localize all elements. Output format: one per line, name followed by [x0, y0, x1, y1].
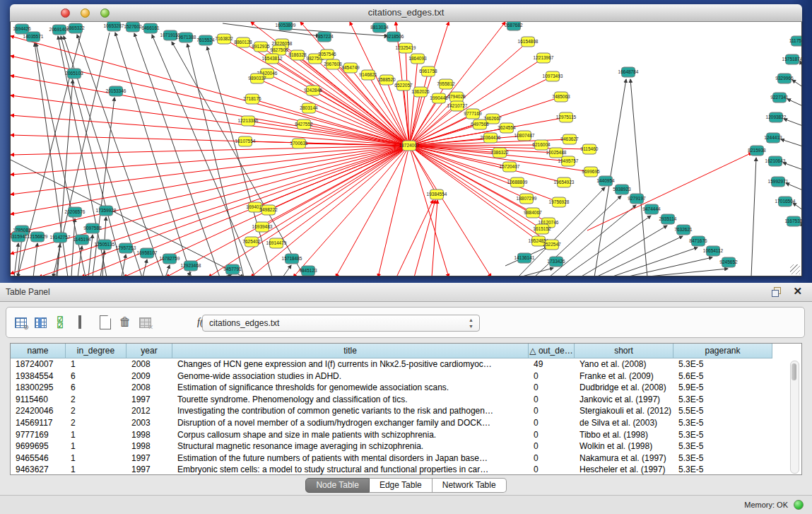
- column-header-title[interactable]: title: [172, 344, 529, 358]
- graph-node[interactable]: 10654112: [703, 246, 724, 256]
- table-cell[interactable]: Yano et al. (2008): [575, 358, 673, 370]
- column-header-short[interactable]: short: [575, 344, 673, 358]
- table-cell[interactable]: 2008: [126, 382, 172, 394]
- graph-edge[interactable]: [414, 200, 435, 276]
- graph-edge[interactable]: [252, 146, 409, 242]
- graph-edge[interactable]: [115, 33, 192, 276]
- graph-edge[interactable]: [81, 146, 409, 276]
- graph-node[interactable]: 1588520: [377, 75, 396, 85]
- table-cell[interactable]: 2: [66, 417, 126, 429]
- table-row[interactable]: 1456911722003Disruption of a novel membe…: [11, 417, 801, 429]
- table-cell[interactable]: 1998: [126, 429, 172, 441]
- graph-node[interactable]: 16958107: [137, 248, 158, 258]
- graph-edge[interactable]: [641, 269, 728, 276]
- graph-node[interactable]: 1167531: [785, 216, 801, 226]
- table-cell[interactable]: 0: [529, 405, 575, 417]
- table-row[interactable]: 1830029562008Estimation of significance …: [11, 382, 801, 394]
- table-cell[interactable]: Changes of HCN gene expression and I(f) …: [172, 358, 529, 370]
- table-cell[interactable]: Estimation of significance thresholds fo…: [172, 382, 529, 394]
- graph-edge[interactable]: [39, 146, 409, 276]
- column-header-outde[interactable]: △ out_de…: [529, 344, 575, 358]
- graph-node[interactable]: 8454749: [341, 63, 360, 73]
- graph-edge[interactable]: [519, 268, 553, 276]
- delete-table-icon[interactable]: 🗑: [117, 314, 134, 331]
- table-cell[interactable]: Structural magnetic resonance image aver…: [172, 440, 529, 452]
- graph-node[interactable]: 2803144: [300, 103, 318, 113]
- table-cell[interactable]: 9115460: [11, 394, 66, 406]
- graph-edge[interactable]: [793, 203, 801, 210]
- graph-node[interactable]: 19142757: [50, 233, 71, 243]
- graph-node[interactable]: 15751874: [782, 54, 801, 64]
- graph-node[interactable]: 12093822: [766, 112, 787, 122]
- table-cell[interactable]: 5.3E-5: [673, 358, 772, 370]
- graph-node[interactable]: 8186328: [288, 50, 307, 60]
- tab-edge-table[interactable]: Edge Table: [370, 478, 433, 493]
- graph-node[interactable]: 7632621: [674, 225, 693, 235]
- graph-node[interactable]: 9699695: [582, 167, 600, 177]
- graph-node[interactable]: 1864093: [408, 54, 427, 64]
- table-cell[interactable]: 18300295: [11, 382, 66, 394]
- memory-status-icon[interactable]: [794, 500, 804, 510]
- graph-node[interactable]: 1527602: [124, 22, 142, 32]
- table-cell[interactable]: 2012: [126, 405, 172, 417]
- graph-node[interactable]: 2522547: [543, 240, 561, 250]
- graph-edge[interactable]: [783, 163, 801, 170]
- table-cell[interactable]: 9699695: [11, 440, 66, 452]
- table-cell[interactable]: Dudbridge et al. (2008): [575, 382, 673, 394]
- graph-node[interactable]: 9777169: [464, 109, 482, 119]
- table-cell[interactable]: Hescheler et al. (1997): [575, 464, 673, 475]
- table-cell[interactable]: 1: [66, 452, 126, 465]
- graph-node[interactable]: 7163822: [215, 34, 233, 44]
- graph-edge[interactable]: [786, 183, 801, 190]
- table-cell[interactable]: 0: [529, 464, 575, 475]
- table-cell[interactable]: Investigating the contribution of common…: [172, 405, 529, 417]
- graph-edge[interactable]: [152, 35, 255, 276]
- graph-node[interactable]: 1362026: [411, 87, 430, 97]
- graph-node[interactable]: 6522057: [394, 81, 413, 90]
- graph-edge[interactable]: [11, 36, 409, 146]
- graph-node[interactable]: 16154808: [518, 37, 539, 47]
- graph-node[interactable]: 17957253: [116, 243, 136, 253]
- graph-edge[interactable]: [800, 61, 801, 68]
- graph-node[interactable]: 1990448: [430, 93, 448, 103]
- graph-node[interactable]: 19756928: [549, 197, 570, 207]
- graph-node[interactable]: 7615524: [196, 35, 215, 45]
- graph-edge[interactable]: [409, 146, 491, 276]
- graph-node[interactable]: 10688809: [507, 177, 528, 187]
- table-cell[interactable]: Franke et al. (2009): [575, 370, 673, 382]
- table-cell[interactable]: Genome-wide association studies in ADHD.: [172, 370, 529, 382]
- table-row[interactable]: 946554611997Estimation of the future num…: [11, 452, 801, 465]
- graph-node[interactable]: 19384554: [427, 189, 447, 199]
- graph-node[interactable]: 8813034: [370, 23, 389, 33]
- graph-node[interactable]: 19654923: [554, 177, 575, 187]
- table-cell[interactable]: 6: [66, 370, 126, 382]
- graph-node[interactable]: 1700631: [290, 139, 308, 148]
- table-cell[interactable]: Embryonic stem cells: a model to study s…: [172, 464, 529, 475]
- table-cell[interactable]: 2: [66, 394, 126, 406]
- column-header-pagerank[interactable]: pagerank: [673, 344, 772, 358]
- graph-node[interactable]: 9245652: [719, 257, 738, 267]
- table-cell[interactable]: 0: [529, 429, 575, 441]
- table-cell[interactable]: 1997: [126, 464, 172, 475]
- table-cell[interactable]: 5.6E-5: [673, 370, 772, 382]
- table-cell[interactable]: 2: [66, 405, 126, 417]
- table-cell[interactable]: Jankovic et al. (1997): [575, 394, 673, 406]
- select-rows-icon[interactable]: ☑☑: [52, 314, 69, 331]
- graph-node[interactable]: 9329966: [775, 74, 794, 83]
- graph-edge[interactable]: [396, 200, 433, 276]
- resize-grip-icon[interactable]: [790, 264, 800, 274]
- table-cell[interactable]: 1997: [126, 452, 172, 465]
- tab-network-table[interactable]: Network Table: [433, 478, 507, 493]
- table-cell[interactable]: Nakamura et al. (1997): [575, 452, 673, 465]
- table-cell[interactable]: 2009: [126, 370, 172, 382]
- graph-node[interactable]: 12923468: [181, 261, 201, 271]
- graph-node[interactable]: 3315941: [11, 232, 28, 242]
- table-cell[interactable]: 1998: [126, 440, 172, 452]
- table-row[interactable]: 2242004622012Investigating the contribut…: [11, 405, 801, 417]
- graph-node[interactable]: 7955812: [437, 79, 455, 89]
- graph-node[interactable]: 9227341: [770, 93, 789, 103]
- graph-edge[interactable]: [409, 146, 564, 182]
- table-cell[interactable]: 5.3E-5: [673, 464, 772, 475]
- graph-edge[interactable]: [11, 146, 409, 214]
- graph-node[interactable]: 2065103: [65, 69, 83, 78]
